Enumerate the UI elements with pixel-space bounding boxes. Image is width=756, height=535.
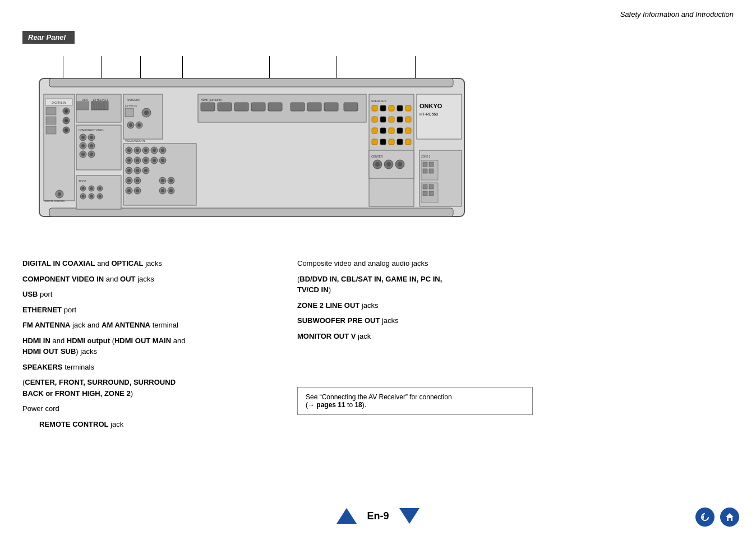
svg-point-63 bbox=[161, 149, 164, 152]
item-hdmi-text4: ) jacks bbox=[76, 347, 97, 356]
svg-rect-106 bbox=[344, 103, 358, 111]
svg-point-79 bbox=[144, 169, 147, 172]
item-usb: USB port bbox=[22, 289, 275, 300]
item-subwoofer-bold: SUBWOOFER PRE OUT bbox=[297, 316, 380, 325]
pointer-line-3 bbox=[140, 56, 141, 80]
item-remote-text: jack bbox=[109, 420, 124, 428]
svg-text:REMOTE CONTROL: REMOTE CONTROL bbox=[44, 200, 66, 202]
item-remote-control: REMOTE CONTROL jack bbox=[22, 419, 275, 430]
svg-rect-114 bbox=[372, 117, 377, 122]
svg-rect-103 bbox=[291, 103, 305, 111]
svg-rect-146 bbox=[423, 169, 427, 173]
svg-rect-147 bbox=[429, 169, 434, 173]
section-label: Rear Panel bbox=[22, 31, 75, 44]
note-text-end: ). bbox=[362, 401, 366, 409]
pointer-line-2 bbox=[101, 56, 102, 80]
item-hdmi-text2: ( bbox=[110, 336, 114, 345]
item-hdmi-bold1: HDMI IN bbox=[22, 336, 50, 345]
item-digital-coaxial: DIGITAL IN COAXIAL and OPTICAL jacks bbox=[22, 258, 275, 269]
svg-text:ZONE 2: ZONE 2 bbox=[421, 155, 431, 158]
svg-rect-98 bbox=[201, 103, 215, 111]
svg-rect-6 bbox=[46, 107, 56, 115]
svg-text:ONKYO: ONKYO bbox=[420, 103, 442, 109]
svg-rect-113 bbox=[405, 105, 411, 111]
svg-point-65 bbox=[127, 159, 131, 162]
nav-back-icon[interactable] bbox=[695, 508, 714, 527]
item-antenna: FM ANTENNA jack and AM ANTENNA terminal bbox=[22, 320, 275, 331]
item-usb-text: port bbox=[38, 290, 52, 298]
item-zone2-bold: ZONE 2 LINE OUT bbox=[297, 301, 359, 310]
svg-text:ETHERNET: ETHERNET bbox=[93, 98, 108, 102]
page-number: En-9 bbox=[367, 510, 389, 522]
svg-rect-45 bbox=[125, 108, 133, 117]
item-ethernet-text: port bbox=[62, 306, 76, 314]
svg-point-75 bbox=[127, 169, 131, 172]
right-column: Composite video and analog audio jacks (… bbox=[297, 258, 550, 346]
svg-text:COMPONENT VIDEO: COMPONENT VIDEO bbox=[79, 129, 104, 132]
item-speakers-detail-paren2: ) bbox=[131, 389, 133, 398]
svg-rect-123 bbox=[405, 128, 411, 133]
item-hdmi-text3: and bbox=[171, 336, 185, 345]
item-composite-text: Composite video and analog audio jacks bbox=[297, 259, 428, 268]
svg-text:ANTENNA: ANTENNA bbox=[127, 98, 141, 102]
svg-rect-116 bbox=[389, 117, 394, 122]
item-digital-coaxial-bold2: OPTICAL bbox=[111, 259, 143, 268]
svg-text:AM    FM/75Ω: AM FM/75Ω bbox=[125, 104, 137, 107]
svg-rect-104 bbox=[307, 103, 321, 111]
svg-rect-102 bbox=[268, 103, 282, 111]
svg-rect-124 bbox=[372, 139, 377, 145]
svg-rect-7 bbox=[46, 117, 56, 124]
svg-point-57 bbox=[136, 149, 139, 152]
item-hdmi-bold3: HDMI OUT MAIN bbox=[114, 336, 171, 345]
svg-rect-149 bbox=[429, 185, 434, 189]
nav-home-icon[interactable] bbox=[720, 508, 739, 527]
svg-text:DIGITAL IN: DIGITAL IN bbox=[52, 101, 66, 104]
svg-marker-170 bbox=[726, 513, 734, 521]
svg-point-41 bbox=[90, 153, 93, 156]
svg-point-95 bbox=[169, 189, 173, 192]
svg-rect-120 bbox=[380, 128, 386, 133]
svg-rect-125 bbox=[380, 139, 386, 145]
item-digital-coaxial-bold1: DIGITAL IN COAXIAL bbox=[22, 259, 95, 268]
item-antenna-text1: jack and bbox=[70, 321, 102, 329]
note-link-pages11[interactable]: pages 11 bbox=[316, 401, 345, 409]
item-component-text1: and bbox=[104, 275, 120, 283]
svg-rect-100 bbox=[234, 103, 248, 111]
item-antenna-text2: terminal bbox=[150, 321, 178, 329]
nav-next-button[interactable] bbox=[399, 508, 420, 524]
item-ethernet-bold: ETHERNET bbox=[22, 306, 62, 314]
item-ethernet: ETHERNET port bbox=[22, 305, 275, 316]
svg-point-137 bbox=[386, 162, 391, 167]
pointer-line-5 bbox=[269, 56, 270, 80]
svg-point-10 bbox=[64, 109, 68, 113]
svg-point-157 bbox=[90, 187, 93, 190]
item-power-cord-text: Power cord bbox=[22, 404, 59, 413]
svg-point-51 bbox=[137, 123, 141, 127]
svg-rect-122 bbox=[397, 128, 403, 133]
nav-prev-button[interactable] bbox=[336, 508, 357, 524]
svg-point-55 bbox=[127, 149, 131, 152]
item-component-video: COMPONENT VIDEO IN and OUT jacks bbox=[22, 274, 275, 285]
svg-point-89 bbox=[127, 189, 131, 192]
nav-icons-right bbox=[695, 508, 739, 527]
svg-point-135 bbox=[375, 162, 380, 167]
svg-rect-53 bbox=[123, 144, 196, 205]
device-diagram: DIGITAL IN USB ETHERNET COMPONENT VIDEO bbox=[38, 77, 465, 218]
pointer-line-7 bbox=[415, 56, 416, 80]
pointer-line-6 bbox=[336, 56, 337, 80]
svg-rect-118 bbox=[405, 117, 411, 122]
svg-point-165 bbox=[99, 195, 102, 198]
svg-text:SPEAKERS: SPEAKERS bbox=[371, 99, 387, 103]
svg-rect-110 bbox=[380, 105, 386, 111]
item-subwoofer: SUBWOOFER PRE OUT jacks bbox=[297, 315, 550, 326]
svg-rect-144 bbox=[423, 162, 427, 167]
item-speakers-detail: (CENTER, FRONT, SURROUND, SURROUNDBACK o… bbox=[22, 377, 275, 399]
svg-point-37 bbox=[90, 144, 93, 147]
svg-rect-129 bbox=[417, 94, 462, 139]
item-digital-coaxial-text1: and bbox=[95, 259, 112, 268]
item-component-bold1: COMPONENT VIDEO IN bbox=[22, 275, 104, 283]
svg-point-93 bbox=[161, 189, 164, 192]
note-link-18[interactable]: 18 bbox=[354, 401, 362, 409]
item-speakers-text: terminals bbox=[63, 363, 94, 371]
svg-point-61 bbox=[153, 149, 156, 152]
